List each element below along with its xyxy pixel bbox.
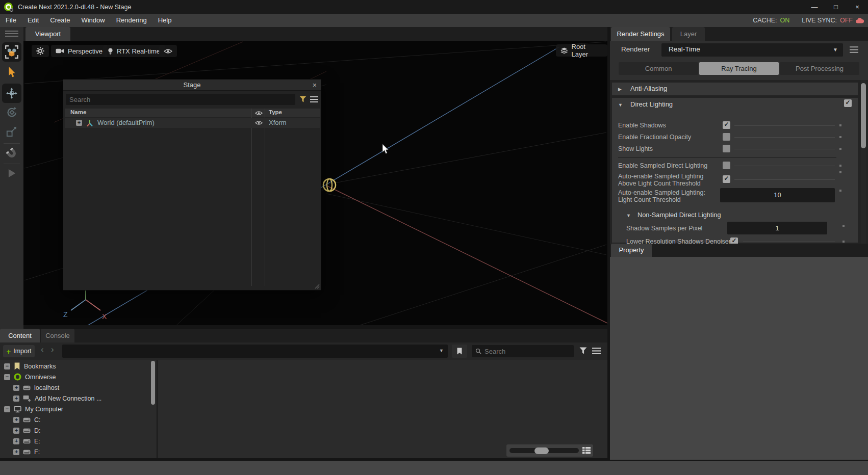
default-indicator[interactable] [839, 165, 841, 167]
tree-item-drive-f[interactable]: + F: [13, 446, 40, 457]
select-tool-button[interactable] [2, 42, 21, 62]
content-options-icon[interactable] [592, 348, 601, 354]
lower-res-denoiser-checkbox[interactable] [730, 238, 738, 244]
collapse-icon[interactable]: − [4, 374, 10, 380]
content-filter-icon[interactable] [579, 347, 587, 354]
tree-splitter[interactable] [157, 360, 158, 458]
expanded-arrow-icon[interactable]: ▼ [626, 213, 631, 218]
close-button[interactable]: × [847, 0, 868, 14]
expand-icon[interactable]: + [13, 438, 19, 444]
collapse-icon[interactable]: − [4, 363, 10, 370]
light-count-threshold-field[interactable]: 10 [720, 188, 835, 202]
camera-mode-button[interactable]: Perspective [51, 45, 107, 57]
tree-item-localhost[interactable]: + localhost [13, 382, 59, 393]
thumbnail-size-slider[interactable] [509, 448, 579, 453]
light-prim-icon[interactable] [321, 177, 339, 194]
snap-tool-button[interactable] [6, 147, 18, 161]
minimize-button[interactable]: — [804, 0, 825, 14]
settings-scrollbar-thumb[interactable] [861, 83, 866, 148]
auto-enable-sampled-checkbox[interactable] [723, 175, 730, 183]
expand-icon[interactable]: + [13, 428, 19, 434]
tree-scrollbar[interactable] [151, 361, 155, 405]
tree-item-drive-e[interactable]: + E: [13, 436, 40, 446]
menu-rendering[interactable]: Rendering [111, 14, 152, 27]
renderer-options-icon[interactable] [850, 46, 858, 53]
show-lights-checkbox[interactable] [723, 145, 730, 152]
tab-viewport[interactable]: Viewport [25, 27, 70, 41]
viewport-settings-button[interactable] [32, 45, 49, 57]
expand-icon[interactable]: + [13, 449, 19, 455]
stage-search[interactable] [66, 94, 295, 105]
fractional-opacity-checkbox[interactable] [723, 133, 730, 141]
menu-window[interactable]: Window [75, 14, 110, 27]
stage-titlebar[interactable]: Stage × [63, 80, 321, 91]
content-path-input[interactable] [66, 346, 428, 354]
default-indicator[interactable] [839, 136, 841, 138]
shadow-samples-field[interactable]: 1 [727, 222, 827, 234]
prim-name[interactable]: World (defaultPrim) [97, 119, 155, 126]
section-anti-aliasing[interactable]: ▶ Anti-Aliasing [612, 83, 858, 95]
stage-row-world[interactable]: World (defaultPrim) Xform [65, 118, 320, 128]
mode-common-button[interactable]: Common [619, 62, 698, 75]
tree-item-drive-c[interactable]: + C: [13, 414, 41, 425]
tab-render-settings[interactable]: Render Settings [611, 27, 670, 41]
stage-search-input[interactable] [69, 96, 292, 103]
menu-file[interactable]: File [0, 14, 22, 27]
default-indicator[interactable] [843, 241, 845, 243]
tree-item-drive-d[interactable]: + D: [13, 425, 41, 436]
menu-edit[interactable]: Edit [22, 14, 44, 27]
slider-handle[interactable] [534, 447, 549, 454]
content-search[interactable] [472, 345, 574, 357]
cursor-tool-button[interactable] [6, 64, 17, 81]
menu-help[interactable]: Help [152, 14, 177, 27]
expand-icon[interactable] [76, 120, 82, 126]
tab-layer[interactable]: Layer [672, 27, 705, 41]
menu-create[interactable]: Create [44, 14, 75, 27]
import-button[interactable]: + Import [3, 345, 35, 357]
direct-lighting-checkbox[interactable] [844, 99, 852, 107]
stage-close-icon[interactable]: × [313, 80, 317, 91]
collapsed-arrow-icon[interactable]: ▶ [618, 87, 622, 92]
tab-property[interactable]: Property [611, 244, 652, 257]
mode-ray-tracing-button[interactable]: Ray Tracing [699, 62, 779, 75]
content-search-input[interactable] [484, 348, 570, 355]
expand-icon[interactable]: + [13, 395, 19, 402]
path-bar[interactable]: ▼ [62, 345, 448, 358]
tree-item-add-connection[interactable]: + Add New Connection ... [13, 393, 101, 404]
tree-item-drive-g[interactable]: + G: [13, 457, 41, 458]
tab-console[interactable]: Console [41, 329, 74, 342]
render-mode-button[interactable]: RTX Real-time [103, 45, 165, 57]
scale-tool-button[interactable] [6, 126, 17, 139]
default-indicator[interactable] [843, 225, 845, 227]
bookmark-button[interactable] [452, 345, 467, 358]
default-indicator[interactable] [839, 148, 841, 150]
mode-post-processing-button[interactable]: Post Processing [780, 62, 859, 75]
stage-type-column[interactable]: Type [269, 109, 282, 115]
default-indicator[interactable] [839, 190, 841, 192]
default-indicator[interactable] [839, 171, 841, 173]
renderer-dropdown[interactable]: Real-Time ▼ [661, 43, 843, 57]
stage-filter-icon[interactable] [299, 96, 307, 102]
collapse-icon[interactable]: − [4, 406, 10, 412]
settings-scrollbar-track[interactable] [861, 80, 866, 244]
rotate-tool-button[interactable] [6, 107, 18, 120]
back-button[interactable]: ‹ [41, 345, 44, 355]
default-indicator[interactable] [839, 124, 841, 126]
expanded-arrow-icon[interactable]: ▼ [618, 102, 623, 108]
tree-item-omniverse[interactable]: − Omniverse [4, 372, 56, 382]
stage-options-icon[interactable] [310, 96, 318, 102]
stage-name-column[interactable]: Name [70, 109, 86, 115]
tree-item-bookmarks[interactable]: − Bookmarks [4, 361, 56, 372]
tree-item-my-computer[interactable]: − My Computer [4, 404, 63, 414]
enable-shadows-checkbox[interactable] [723, 121, 730, 129]
play-button[interactable] [6, 168, 17, 180]
grid-view-icon[interactable] [582, 447, 591, 454]
expand-icon[interactable]: + [13, 385, 19, 391]
tab-content[interactable]: Content [0, 329, 40, 342]
sampled-direct-lighting-checkbox[interactable] [723, 162, 730, 169]
stage-resize-grip[interactable] [314, 283, 320, 289]
root-layer-button[interactable]: Root Layer [556, 44, 607, 57]
maximize-button[interactable]: □ [825, 0, 847, 14]
move-tool-button[interactable] [2, 84, 21, 103]
live-sync-cloud-icon[interactable] [856, 18, 864, 23]
